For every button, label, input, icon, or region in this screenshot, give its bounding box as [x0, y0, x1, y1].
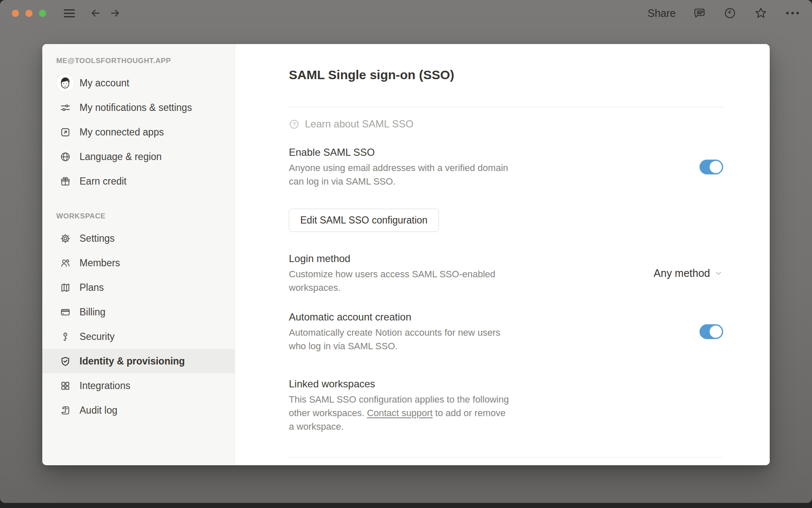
- more-options-icon[interactable]: [785, 11, 800, 16]
- sidebar-item-label: Earn credit: [80, 176, 126, 187]
- shield-check-icon: [59, 355, 71, 367]
- auto-account-description-line1: Automatically create Notion accounts for…: [289, 326, 500, 340]
- sidebar-item-plans[interactable]: Plans: [42, 275, 235, 300]
- sidebar-item-label: Language & region: [80, 151, 162, 163]
- login-method-dropdown[interactable]: Any method: [654, 267, 723, 279]
- traffic-lights: [12, 10, 46, 17]
- close-button[interactable]: [12, 10, 19, 17]
- automatic-account-creation-setting: Automatic account creation Automatically…: [289, 310, 723, 353]
- sidebar-item-label: My notifications & settings: [80, 102, 192, 113]
- enable-saml-description-line1: Anyone using email addresses with a veri…: [289, 161, 508, 175]
- svg-text:?: ?: [293, 121, 296, 127]
- map-icon: [59, 282, 71, 293]
- titlebar: Share: [0, 0, 812, 26]
- people-icon: [59, 257, 71, 269]
- external-link-box-icon: [59, 126, 71, 138]
- sidebar-item-label: Integrations: [80, 380, 130, 392]
- sidebar-item-label: Members: [80, 257, 120, 269]
- help-question-icon: ?: [289, 119, 299, 130]
- login-method-description-line2: workspaces.: [289, 281, 495, 295]
- sidebar-item-security[interactable]: Security: [42, 324, 235, 349]
- gift-icon: [59, 175, 71, 187]
- login-method-title: Login method: [289, 251, 495, 266]
- sidebar-item-billing[interactable]: Billing: [42, 300, 235, 324]
- globe-icon: [59, 151, 71, 163]
- sidebar-item-settings[interactable]: Settings: [42, 226, 235, 251]
- credit-card-icon: [59, 306, 71, 318]
- workspace-section-header: WORKSPACE: [56, 212, 235, 221]
- enable-saml-title: Enable SAML SSO: [289, 145, 508, 160]
- bottom-divider: [289, 457, 723, 458]
- zoom-button[interactable]: [39, 10, 46, 17]
- sidebar-item-label: My connected apps: [80, 127, 164, 138]
- avatar: [56, 74, 74, 92]
- hamburger-menu-icon[interactable]: [64, 9, 75, 17]
- page-title: SAML Single sign-on (SSO): [289, 67, 723, 83]
- linked-workspaces-line3: a workspace.: [289, 420, 723, 433]
- sidebar-item-integrations[interactable]: Integrations: [42, 373, 235, 398]
- sidebar-item-label: My account: [80, 77, 129, 89]
- linked-workspaces-title: Linked workspaces: [289, 377, 723, 391]
- linked-workspaces-line1: This SAML SSO configuration applies to t…: [289, 393, 723, 406]
- enable-saml-toggle[interactable]: [700, 160, 723, 174]
- sidebar-item-earn-credit[interactable]: Earn credit: [42, 169, 235, 193]
- learn-link-label: Learn about SAML SSO: [305, 118, 414, 130]
- linked-workspaces-line2-before: other workspaces.: [289, 408, 367, 418]
- saml-settings-panel: SAML Single sign-on (SSO) ? Learn about …: [235, 44, 770, 465]
- sidebar-item-label: Identity & provisioning: [80, 356, 185, 367]
- title-divider: [289, 107, 723, 107]
- sidebar-item-label: Settings: [80, 233, 115, 244]
- favorite-star-icon[interactable]: [754, 6, 768, 20]
- grid-icon: [59, 380, 71, 392]
- gear-icon: [59, 232, 71, 244]
- sliders-icon: [59, 102, 71, 113]
- settings-sidebar: ME@TOOLSFORTHOUGHT.APP My account: [42, 44, 235, 465]
- linked-workspaces-line2-after: to add or remove: [433, 408, 505, 418]
- linked-workspaces-section: Linked workspaces This SAML SSO configur…: [289, 377, 723, 433]
- comments-icon[interactable]: [693, 6, 706, 20]
- key-icon: [59, 331, 71, 342]
- learn-about-saml-link[interactable]: ? Learn about SAML SSO: [289, 118, 723, 130]
- sidebar-item-language-region[interactable]: Language & region: [42, 144, 235, 169]
- sidebar-item-audit-log[interactable]: Audit log: [42, 398, 235, 422]
- sidebar-item-label: Billing: [80, 306, 105, 318]
- login-method-selected-value: Any method: [654, 267, 710, 279]
- contact-support-link[interactable]: Contact support: [367, 408, 433, 418]
- enable-saml-description-line2: can log in via SAML SSO.: [289, 175, 508, 188]
- scroll-icon: [59, 404, 71, 416]
- share-button[interactable]: Share: [647, 7, 676, 19]
- forward-button[interactable]: [109, 7, 121, 19]
- chevron-down-icon: [714, 268, 723, 278]
- settings-dialog: ME@TOOLSFORTHOUGHT.APP My account: [42, 44, 770, 465]
- sidebar-item-connected-apps[interactable]: My connected apps: [42, 120, 235, 144]
- sidebar-item-notifications-settings[interactable]: My notifications & settings: [42, 95, 235, 120]
- app-window: Share: [0, 0, 812, 503]
- account-section-header: ME@TOOLSFORTHOUGHT.APP: [56, 57, 235, 65]
- auto-account-title: Automatic account creation: [289, 310, 500, 324]
- edit-saml-configuration-button[interactable]: Edit SAML SSO configuration: [289, 209, 439, 232]
- sidebar-item-identity-provisioning[interactable]: Identity & provisioning: [42, 349, 235, 373]
- sidebar-item-label: Security: [80, 331, 115, 342]
- back-button[interactable]: [89, 7, 102, 19]
- auto-account-description-line2: who log in via SAML SSO.: [289, 340, 500, 353]
- history-clock-icon[interactable]: [723, 6, 737, 20]
- sidebar-item-label: Plans: [80, 282, 104, 293]
- login-method-description-line1: Customize how users access SAML SSO-enab…: [289, 268, 495, 281]
- sidebar-item-my-account[interactable]: My account: [42, 71, 235, 95]
- auto-account-toggle[interactable]: [700, 324, 723, 339]
- sidebar-item-label: Audit log: [80, 405, 118, 416]
- enable-saml-setting: Enable SAML SSO Anyone using email addre…: [289, 145, 723, 188]
- minimize-button[interactable]: [25, 10, 33, 17]
- login-method-setting: Login method Customize how users access …: [289, 251, 723, 295]
- sidebar-item-members[interactable]: Members: [42, 251, 235, 275]
